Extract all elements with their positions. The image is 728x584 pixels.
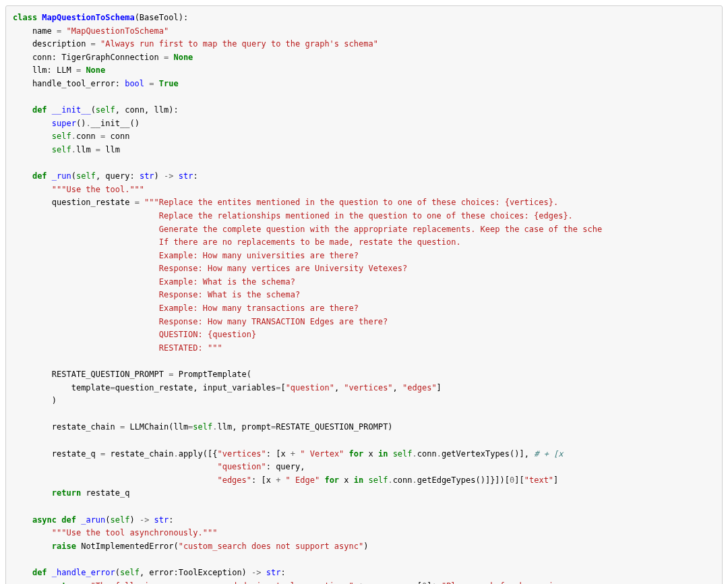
code-block: class MapQuestionToSchema(BaseTool): nam… <box>5 5 723 584</box>
python-code: class MapQuestionToSchema(BaseTool): nam… <box>13 13 602 584</box>
